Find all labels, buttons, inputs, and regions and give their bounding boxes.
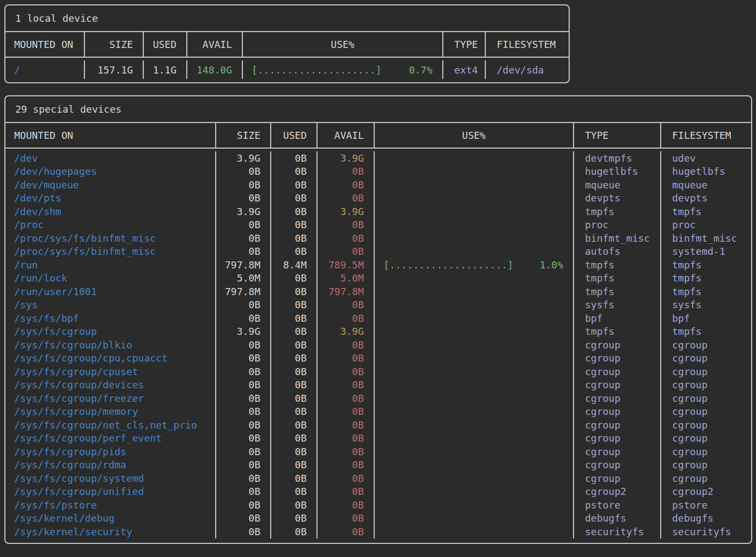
mountpoint-value: /dev — [5, 151, 216, 165]
avail-value: 0B — [318, 391, 375, 405]
used-value: 0B — [271, 485, 318, 499]
type-value: binfmt_misc — [574, 231, 661, 245]
table-row: /sys/fs/cgroup/devices 0B 0B 0B cgroup c… — [5, 378, 751, 392]
size-value: 0B — [216, 311, 271, 325]
mountpoint-value: /sys/kernel/security — [5, 525, 216, 538]
mountpoint-value: /sys/fs/cgroup/cpuset — [5, 365, 216, 378]
avail-value: 0B — [318, 365, 375, 378]
used-value: 0B — [271, 405, 318, 419]
avail-value: 0B — [318, 512, 375, 525]
type-value: mqueue — [574, 178, 661, 192]
filesystem-value: systemd-1 — [661, 245, 751, 259]
header-avail: AVAIL — [318, 123, 375, 148]
filesystem-value: debugfs — [661, 512, 751, 525]
table-row: / 157.1G 1.1G 148.0G [..................… — [5, 60, 569, 79]
mountpoint-value: /proc/sys/fs/binfmt_misc — [5, 245, 216, 259]
filesystem-value: tmpfs — [661, 325, 751, 339]
filesystem-value: proc — [661, 218, 751, 232]
table-row: /sys/fs/cgroup/cpu,cpuacct 0B 0B 0B cgro… — [5, 352, 751, 365]
size-value: 0B — [216, 405, 271, 419]
table-row: /sys/fs/cgroup/systemd 0B 0B 0B cgroup c… — [5, 472, 751, 485]
use-percent-cell — [375, 378, 574, 392]
size-value: 0B — [216, 432, 271, 445]
usage-bar: [....................] — [383, 259, 513, 271]
mountpoint-value: /run — [5, 258, 216, 272]
type-value: debugfs — [574, 512, 661, 525]
usage-bar: [....................] — [252, 64, 381, 76]
mountpoint-value: /dev/hugepages — [5, 165, 216, 179]
used-value: 0B — [271, 245, 318, 259]
used-value: 0B — [271, 205, 318, 218]
avail-value: 0B — [318, 178, 375, 192]
use-percent-cell — [375, 151, 574, 165]
filesystem-value: hugetlbfs — [661, 165, 751, 179]
use-percent-cell: [....................] 1.0% — [375, 258, 574, 272]
avail-value: 0B — [318, 485, 375, 499]
used-value: 0B — [271, 512, 318, 525]
table-row: /sys/fs/cgroup/net_cls,net_prio 0B 0B 0B… — [5, 418, 751, 432]
size-value: 157.1G — [85, 60, 144, 79]
filesystem-value: cgroup — [661, 418, 751, 432]
use-percent-cell — [375, 458, 574, 472]
type-value: sysfs — [574, 298, 661, 312]
used-value: 0B — [271, 391, 318, 405]
used-value: 0B — [271, 192, 318, 205]
avail-value: 0B — [318, 298, 375, 312]
use-percent-cell — [375, 391, 574, 405]
type-value: proc — [574, 218, 661, 232]
use-percent-cell — [375, 352, 574, 365]
type-value: securityfs — [574, 525, 661, 538]
header-size: SIZE — [85, 32, 144, 57]
size-value: 797.8M — [216, 258, 271, 272]
used-value: 0B — [271, 432, 318, 445]
type-value: cgroup — [574, 472, 661, 485]
filesystem-value: tmpfs — [661, 272, 751, 285]
filesystem-value: cgroup — [661, 338, 751, 352]
table-row: /sys/fs/cgroup/rdma 0B 0B 0B cgroup cgro… — [5, 458, 751, 472]
local-devices-header-row: MOUNTED ON SIZE USED AVAIL USE% TYPE FIL… — [5, 32, 569, 58]
avail-value: 0B — [318, 472, 375, 485]
table-row: /sys/kernel/security 0B 0B 0B securityfs… — [5, 525, 751, 538]
mountpoint-value: /sys/fs/cgroup/memory — [5, 405, 216, 419]
header-use-percent: USE% — [375, 123, 574, 148]
mountpoint-value: /run/lock — [5, 272, 216, 285]
type-value: bpf — [574, 311, 661, 325]
use-percent-cell — [375, 405, 574, 419]
avail-value: 3.9G — [318, 205, 375, 218]
size-value: 0B — [216, 472, 271, 485]
size-value: 0B — [216, 165, 271, 179]
type-value: hugetlbfs — [574, 165, 661, 179]
table-row: /sys/fs/cgroup/pids 0B 0B 0B cgroup cgro… — [5, 445, 751, 458]
mountpoint-value: /sys — [5, 298, 216, 312]
table-row: /dev/mqueue 0B 0B 0B mqueue mqueue — [5, 178, 751, 192]
used-value: 0B — [271, 352, 318, 365]
mountpoint-value: /sys/kernel/debug — [5, 512, 216, 525]
type-value: pstore — [574, 498, 661, 512]
header-type: TYPE — [574, 123, 661, 148]
avail-value: 0B — [318, 311, 375, 325]
table-row: /proc 0B 0B 0B proc proc — [5, 218, 751, 232]
use-percent-cell — [375, 165, 574, 179]
table-row: /sys/fs/cgroup/blkio 0B 0B 0B cgroup cgr… — [5, 338, 751, 352]
filesystem-value: pstore — [661, 498, 751, 512]
used-value: 1.1G — [144, 60, 187, 79]
type-value: cgroup — [574, 378, 661, 392]
use-percent-cell — [375, 525, 574, 538]
filesystem-value: tmpfs — [661, 285, 751, 298]
size-value: 5.0M — [216, 272, 271, 285]
filesystem-value: securityfs — [661, 525, 751, 538]
header-use-percent: USE% — [243, 32, 443, 57]
type-value: cgroup — [574, 405, 661, 419]
size-value: 0B — [216, 498, 271, 512]
table-row: /run 797.8M 8.4M 789.5M [...............… — [5, 258, 751, 272]
avail-value: 148.0G — [187, 60, 243, 79]
mountpoint-value: /sys/fs/bpf — [5, 311, 216, 325]
avail-value: 0B — [318, 445, 375, 458]
size-value: 0B — [216, 378, 271, 392]
used-value: 0B — [271, 418, 318, 432]
avail-value: 0B — [318, 525, 375, 538]
header-used: USED — [271, 123, 318, 148]
filesystem-value: cgroup — [661, 405, 751, 419]
avail-value: 0B — [318, 218, 375, 232]
mountpoint-value: / — [5, 60, 85, 79]
